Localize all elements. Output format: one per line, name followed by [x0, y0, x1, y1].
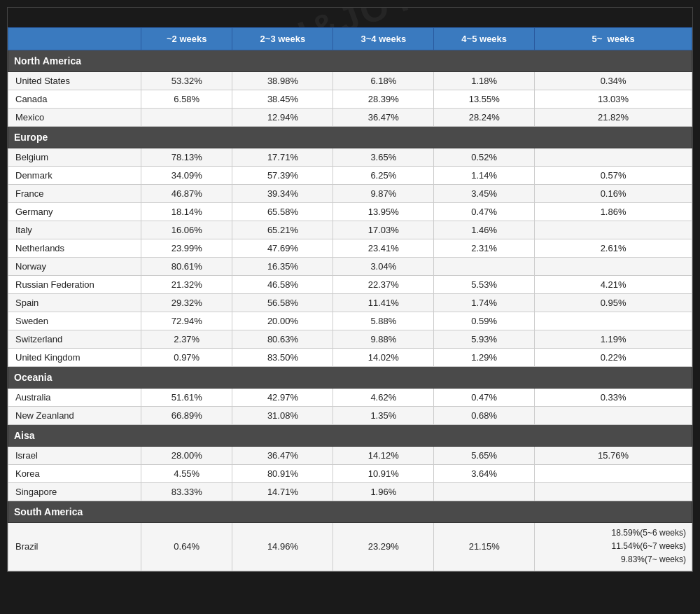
value-cell: 23.29%	[333, 523, 434, 571]
value-cell: 39.34%	[232, 185, 333, 203]
value-cell: 2.61%	[535, 239, 692, 258]
value-cell: 0.33%	[535, 389, 692, 407]
value-cell: 0.97%	[141, 349, 232, 367]
table-row: Singapore83.33%14.71%1.96%	[8, 483, 692, 501]
value-cell: 3.45%	[434, 185, 535, 203]
country-cell: New Zeanland	[8, 407, 141, 425]
value-cell: 20.00%	[232, 312, 333, 330]
col-country	[8, 28, 141, 50]
data-table: ~2 weeks 2~3 weeks 3~4 weeks 4~5 weeks 5…	[8, 27, 692, 571]
section-row: Europe	[8, 127, 692, 148]
value-cell	[535, 258, 692, 276]
value-cell: 38.45%	[232, 90, 333, 109]
value-cell: 14.71%	[232, 483, 333, 501]
value-cell: 38.98%	[232, 72, 333, 90]
value-cell: 47.69%	[232, 239, 333, 258]
table-row: Germany18.14%65.58%13.95%0.47%1.86%	[8, 203, 692, 221]
value-cell: 34.09%	[141, 167, 232, 185]
value-cell: 21.82%	[535, 109, 692, 127]
value-cell: 13.03%	[535, 90, 692, 109]
value-cell: 18.14%	[141, 203, 232, 221]
table-row: Switzerland2.37%80.63%9.88%5.93%1.19%	[8, 330, 692, 349]
country-cell: Korea	[8, 465, 141, 483]
value-cell: 9.88%	[333, 330, 434, 349]
table-row: Spain29.32%56.58%11.41%1.74%0.95%	[8, 294, 692, 312]
col-5plus: 5~ weeks	[535, 28, 692, 50]
country-cell: Australia	[8, 389, 141, 407]
table-row: United Kingdom0.97%83.50%14.02%1.29%0.22…	[8, 349, 692, 367]
value-cell: 29.32%	[141, 294, 232, 312]
header-row: ~2 weeks 2~3 weeks 3~4 weeks 4~5 weeks 5…	[8, 28, 692, 50]
value-cell: 6.58%	[141, 90, 232, 109]
table-row: France46.87%39.34%9.87%3.45%0.16%	[8, 185, 692, 203]
value-cell: 57.39%	[232, 167, 333, 185]
table-row: Norway80.61%16.35%3.04%	[8, 258, 692, 276]
value-cell: 2.37%	[141, 330, 232, 349]
value-cell: 65.21%	[232, 221, 333, 239]
value-cell: 56.58%	[232, 294, 333, 312]
value-cell: 0.64%	[141, 523, 232, 571]
value-cell: 28.00%	[141, 447, 232, 465]
value-cell: 17.71%	[232, 148, 333, 167]
table-row: New Zeanland66.89%31.08%1.35%0.68%	[8, 407, 692, 425]
value-cell: 65.58%	[232, 203, 333, 221]
value-cell: 1.19%	[535, 330, 692, 349]
table-row: Australia51.61%42.97%4.62%0.47%0.33%	[8, 389, 692, 407]
table-row: Netherlands23.99%47.69%23.41%2.31%2.61%	[8, 239, 692, 258]
value-cell	[141, 109, 232, 127]
table-row: Brazil0.64%14.96%23.29%21.15%18.59%(5~6 …	[8, 523, 692, 571]
table-row: Israel28.00%36.47%14.12%5.65%15.76%	[8, 447, 692, 465]
country-cell: Germany	[8, 203, 141, 221]
value-cell: 36.47%	[333, 109, 434, 127]
section-row: South America	[8, 501, 692, 523]
value-cell: 2.31%	[434, 239, 535, 258]
value-cell: 0.47%	[434, 203, 535, 221]
table-row: United States53.32%38.98%6.18%1.18%0.34%	[8, 72, 692, 90]
table-row: Canada6.58%38.45%28.39%13.55%13.03%	[8, 90, 692, 109]
value-cell: 16.06%	[141, 221, 232, 239]
col-2weeks: ~2 weeks	[141, 28, 232, 50]
value-cell: 5.53%	[434, 276, 535, 294]
value-cell: 5.93%	[434, 330, 535, 349]
value-cell: 83.33%	[141, 483, 232, 501]
country-cell: Sweden	[8, 312, 141, 330]
value-cell: 4.55%	[141, 465, 232, 483]
value-cell: 5.65%	[434, 447, 535, 465]
country-cell: Spain	[8, 294, 141, 312]
country-cell: Netherlands	[8, 239, 141, 258]
value-cell: 0.47%	[434, 389, 535, 407]
value-cell: 13.55%	[434, 90, 535, 109]
value-cell: 5.88%	[333, 312, 434, 330]
table-row: Italy16.06%65.21%17.03%1.46%	[8, 221, 692, 239]
col-34weeks: 3~4 weeks	[333, 28, 434, 50]
value-cell	[535, 312, 692, 330]
table-row: Mexico12.94%36.47%28.24%21.82%	[8, 109, 692, 127]
value-cell: 1.96%	[333, 483, 434, 501]
value-cell: 83.50%	[232, 349, 333, 367]
country-cell: Israel	[8, 447, 141, 465]
value-cell: 1.14%	[434, 167, 535, 185]
value-cell: 14.12%	[333, 447, 434, 465]
country-cell: Italy	[8, 221, 141, 239]
value-cell: 4.21%	[535, 276, 692, 294]
country-cell: Mexico	[8, 109, 141, 127]
value-cell: 0.52%	[434, 148, 535, 167]
value-cell: 0.16%	[535, 185, 692, 203]
watermark: H&JOY H&JOY H&JOY	[99, 8, 602, 27]
country-cell: United States	[8, 72, 141, 90]
value-cell: 46.58%	[232, 276, 333, 294]
table-row: Denmark34.09%57.39%6.25%1.14%0.57%	[8, 167, 692, 185]
country-cell: Norway	[8, 258, 141, 276]
value-cell: 80.63%	[232, 330, 333, 349]
value-cell: 28.39%	[333, 90, 434, 109]
main-container: H&JOY H&JOY H&JOY ~2 weeks 2~3 weeks 3~4…	[7, 7, 693, 572]
value-cell: 80.61%	[141, 258, 232, 276]
value-cell: 72.94%	[141, 312, 232, 330]
section-row: Oceania	[8, 367, 692, 389]
country-cell: Singapore	[8, 483, 141, 501]
value-cell: 22.37%	[333, 276, 434, 294]
value-cell: 14.96%	[232, 523, 333, 571]
value-cell: 4.62%	[333, 389, 434, 407]
value-cell	[535, 148, 692, 167]
value-cell	[535, 483, 692, 501]
